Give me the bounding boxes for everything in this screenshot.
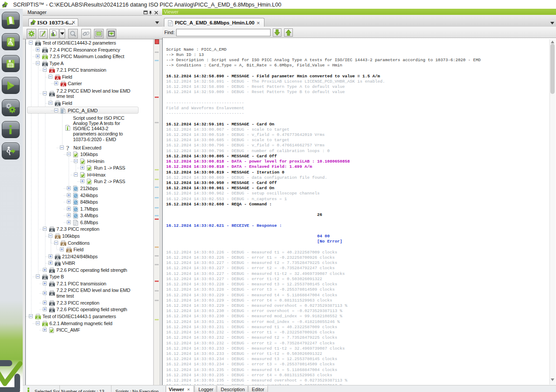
svg-text:?: ? [66,145,70,151]
